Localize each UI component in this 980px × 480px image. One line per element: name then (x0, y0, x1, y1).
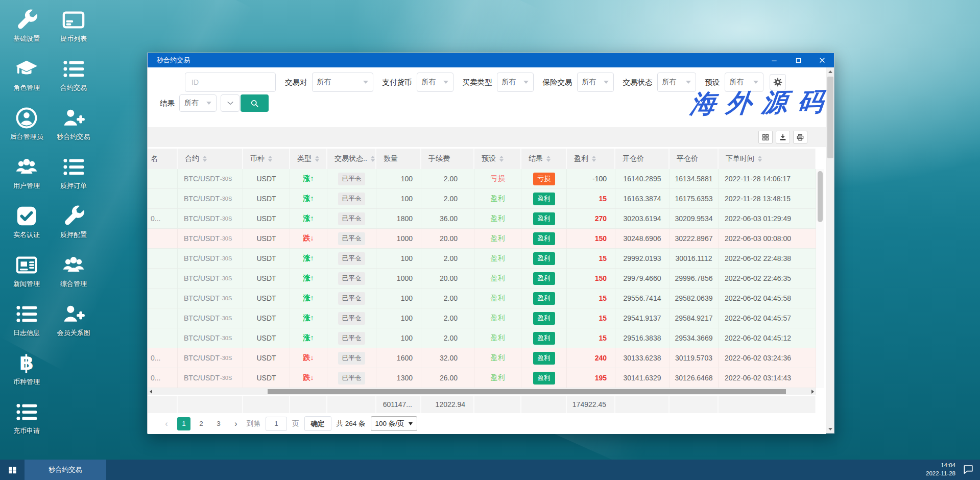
desktop-shortcut[interactable]: 日志信息 (4, 300, 49, 349)
id-input[interactable] (185, 73, 276, 92)
cell-status: 已平仓 (327, 289, 376, 308)
newspaper-icon (15, 253, 38, 277)
sort-icon[interactable] (592, 156, 596, 162)
desktop-shortcut[interactable]: 角色管理 (4, 55, 49, 104)
contract-name: BTC/USDT (184, 234, 220, 243)
desktop-shortcut[interactable]: 充币申请 (4, 398, 49, 447)
header-order-time[interactable]: 下单时间 (719, 149, 816, 169)
maximize-button[interactable] (794, 56, 803, 65)
export-button[interactable] (776, 131, 790, 143)
filter-label: 支付货币 (383, 78, 412, 87)
status-badge: 已平仓 (338, 232, 366, 245)
desktop-shortcut[interactable]: 实名认证 (4, 202, 49, 251)
page-number-1[interactable]: 1 (177, 417, 190, 430)
cell-status: 已平仓 (327, 308, 376, 328)
cell-username (148, 289, 178, 308)
taskbar-item-active[interactable]: 秒合约交易 (25, 460, 106, 480)
desktop-shortcut[interactable]: 综合管理 (51, 251, 96, 300)
horizontal-scrollbar[interactable] (148, 388, 816, 395)
page-number-3[interactable]: 3 (212, 417, 225, 430)
cell-preset: 盈利 (474, 189, 521, 208)
filter-select-6[interactable]: 所有 (725, 73, 763, 92)
close-button[interactable] (818, 56, 827, 65)
page-size-select[interactable]: 100 条/页 (371, 416, 417, 431)
columns-icon (761, 133, 770, 141)
desktop-shortcut[interactable]: 用户管理 (4, 153, 49, 202)
desktop-shortcut[interactable]: 后台管理员 (4, 104, 49, 153)
sort-icon[interactable] (203, 156, 207, 162)
desktop-shortcut[interactable]: 秒合约交易 (51, 104, 96, 153)
trend-down: 跌↓ (303, 353, 314, 363)
sort-icon[interactable] (546, 156, 551, 162)
desktop-shortcut[interactable]: 币种管理 (4, 349, 49, 398)
result-filter-select[interactable]: 所有 (179, 94, 217, 112)
list-icon (15, 302, 38, 326)
cell-username (148, 229, 178, 248)
desktop-shortcut[interactable]: 质押配置 (51, 202, 96, 251)
window-vertical-scrollbar[interactable] (826, 67, 834, 433)
header-contract[interactable]: 合约 (178, 149, 243, 169)
table-vertical-scrollbar[interactable] (816, 169, 824, 388)
scroll-down-arrow[interactable] (826, 425, 834, 433)
scroll-up-arrow[interactable] (826, 67, 834, 76)
contract-name: BTC/USDT (184, 214, 220, 223)
summary-profit: 174922.45 (567, 396, 615, 413)
horizontal-scrollbar-thumb[interactable] (268, 389, 786, 394)
cell-profit: 15 (567, 328, 615, 348)
filter-select-1[interactable]: 所有 (312, 73, 373, 92)
print-button[interactable] (793, 131, 807, 143)
cell-quantity: 1800 (376, 209, 421, 228)
windows-icon (8, 465, 17, 475)
header-status[interactable]: 交易状态.. (327, 149, 376, 169)
header-profit[interactable]: 盈利 (567, 149, 615, 169)
header-preset[interactable]: 预设 (474, 149, 521, 169)
desktop-shortcut[interactable]: 基础设置 (4, 6, 49, 55)
cell-fee: 2.00 (421, 328, 474, 348)
cell-fee: 20.00 (421, 269, 474, 288)
goto-page-input[interactable] (266, 417, 287, 431)
filter-select-5[interactable]: 所有 (657, 73, 696, 92)
sort-icon[interactable] (268, 156, 272, 162)
table-row: BTC/USDT-30SUSDT涨↑已平仓1002.00盈利盈利1529556.… (148, 289, 816, 308)
prev-page-button[interactable]: ‹ (161, 419, 172, 428)
start-button[interactable] (0, 460, 25, 480)
desktop-shortcut[interactable]: 会员关系图 (51, 300, 96, 349)
table-vertical-scrollbar-thumb[interactable] (818, 171, 823, 222)
filter-select-3[interactable]: 所有 (497, 73, 534, 92)
filter-select-2[interactable]: 所有 (417, 73, 453, 92)
expand-filters-button[interactable] (221, 94, 240, 112)
confirm-page-button[interactable]: 确定 (304, 416, 331, 431)
list-icon (62, 57, 85, 81)
desktop-shortcut[interactable]: 提币列表 (51, 6, 96, 55)
status-badge: 已平仓 (338, 173, 366, 185)
header-result[interactable]: 结果 (521, 149, 567, 169)
sort-icon[interactable] (499, 156, 504, 162)
desktop-shortcut[interactable]: 合约交易 (51, 55, 96, 104)
search-button[interactable] (241, 94, 269, 112)
scroll-right-arrow[interactable] (809, 388, 816, 395)
window-vertical-scrollbar-thumb[interactable] (827, 77, 833, 158)
sort-icon[interactable] (371, 156, 375, 162)
desktop-shortcut[interactable]: 质押订单 (51, 153, 96, 202)
settings-gear-button[interactable] (770, 74, 786, 90)
filter-select-4[interactable]: 所有 (577, 73, 614, 92)
sort-icon[interactable] (758, 156, 762, 162)
header-type[interactable]: 类型 (290, 149, 327, 169)
scroll-left-arrow[interactable] (148, 388, 154, 395)
header-coin[interactable]: 币种 (243, 149, 290, 169)
column-settings-button[interactable] (758, 131, 773, 143)
notifications-button[interactable] (963, 464, 975, 476)
status-badge: 已平仓 (338, 332, 366, 345)
cell-result: 盈利 (521, 249, 567, 268)
page-number-2[interactable]: 2 (195, 417, 208, 430)
check-square-icon (15, 204, 38, 228)
cell-open-price: 30248.6906 (615, 229, 670, 248)
desktop-shortcut[interactable]: 新闻管理 (4, 251, 49, 300)
sort-icon[interactable] (315, 156, 319, 162)
table-row: BTC/USDT-30SUSDT涨↑已平仓1002.00盈利盈利1529992.… (148, 249, 816, 269)
table-row: BTC/USDT-30SUSDT涨↑已平仓100020.00盈利盈利150299… (148, 269, 816, 289)
filter-pair: 交易对所有 (285, 73, 373, 92)
next-page-button[interactable]: › (230, 419, 242, 428)
minimize-button[interactable] (770, 56, 779, 65)
desktop-icon-grid: 基础设置提币列表角色管理合约交易后台管理员秒合约交易用户管理质押订单实名认证质押… (4, 6, 96, 447)
